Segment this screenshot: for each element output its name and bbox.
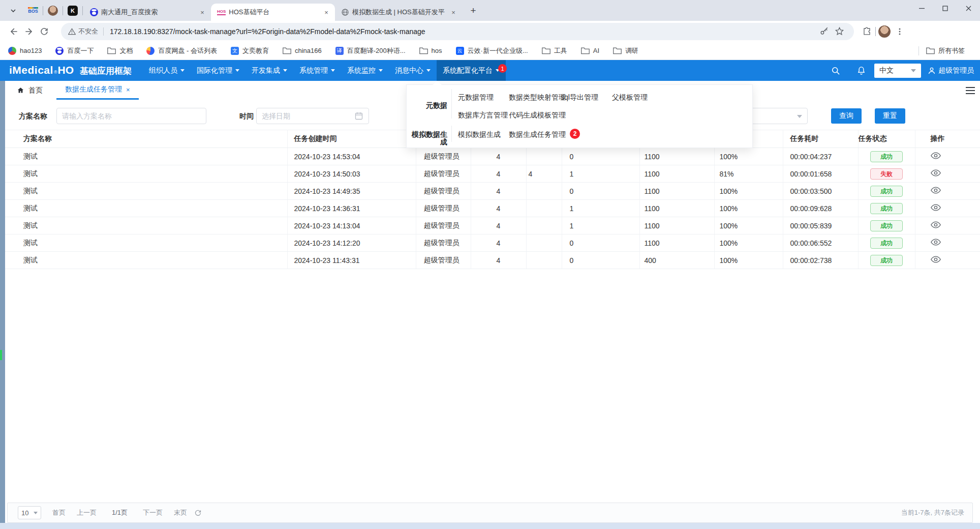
extensions-button[interactable] bbox=[859, 24, 874, 39]
baidu-icon bbox=[90, 8, 98, 16]
table-cell: 00:00:09:628 bbox=[783, 200, 858, 217]
browser-tab[interactable]: 模拟数据生成 | HOS基础开发平× bbox=[335, 4, 462, 21]
tab-close-icon[interactable]: × bbox=[126, 86, 130, 94]
nav-item-开发集成[interactable]: 开发集成 bbox=[246, 60, 293, 81]
config-platform-dropdown-menu: 元数据元数据管理数据类型映射管理sql导出管理父模板管理数据库方言管理代码生成模… bbox=[406, 84, 753, 148]
bookmark-item[interactable]: 百度一下 bbox=[55, 46, 94, 55]
menu-item-代码生成模板管理[interactable]: 代码生成模板管理 bbox=[509, 110, 566, 120]
tab-close-icon[interactable]: × bbox=[449, 8, 458, 17]
bookmark-label: 云效·新一代企业级... bbox=[468, 46, 528, 55]
bookmarks-bar: hao123百度一下文档百度网盘 - 会话列表文文奕教育china166译百度翻… bbox=[0, 42, 980, 60]
bookmark-item[interactable]: 调研 bbox=[613, 46, 638, 55]
active-page-tab[interactable]: 数据生成任务管理 × bbox=[56, 81, 139, 100]
url-text[interactable]: 172.18.18.190:8327/mock-task-manage?url=… bbox=[110, 27, 816, 36]
menu-item-数据生成任务管理[interactable]: 数据生成任务管理 bbox=[509, 129, 566, 139]
search-button[interactable]: 查询 bbox=[831, 108, 862, 124]
profile-avatar[interactable] bbox=[877, 24, 892, 39]
nav-item-系统监控[interactable]: 系统监控 bbox=[341, 60, 389, 81]
browser-toolbar: 不安全 172.18.18.190:8327/mock-task-manage?… bbox=[0, 21, 980, 42]
view-detail-button[interactable] bbox=[931, 204, 941, 211]
date-input[interactable] bbox=[256, 108, 369, 124]
first-page-button[interactable]: 首页 bbox=[52, 508, 66, 517]
menu-item-元数据管理[interactable]: 元数据管理 bbox=[458, 92, 494, 102]
menu-item-sql导出管理[interactable]: sql导出管理 bbox=[561, 92, 598, 102]
bookmark-label: hos bbox=[432, 47, 442, 54]
column-header: 方案名称 bbox=[5, 130, 287, 148]
table-cell bbox=[526, 234, 562, 252]
back-button[interactable] bbox=[6, 24, 21, 39]
language-select[interactable]: 中文 bbox=[874, 64, 921, 78]
nav-item-国际化管理[interactable]: 国际化管理 bbox=[191, 60, 246, 81]
bookmark-item[interactable]: AI bbox=[581, 47, 599, 54]
forward-button[interactable] bbox=[21, 24, 37, 39]
bookmark-item[interactable]: 云云效·新一代企业级... bbox=[456, 46, 528, 55]
bookmark-item[interactable]: 文文奕教育 bbox=[231, 46, 269, 55]
next-page-button[interactable]: 下一页 bbox=[143, 508, 163, 517]
pinned-tab[interactable]: K bbox=[64, 4, 81, 18]
tab-close-icon[interactable]: × bbox=[322, 8, 331, 17]
address-bar[interactable]: 不安全 172.18.18.190:8327/mock-task-manage?… bbox=[61, 23, 854, 40]
menu-item-模拟数据生成[interactable]: 模拟数据生成 bbox=[458, 129, 501, 139]
menu-item-数据类型映射管理[interactable]: 数据类型映射管理 bbox=[509, 92, 566, 102]
view-detail-button[interactable] bbox=[931, 152, 941, 159]
reload-button[interactable] bbox=[37, 24, 52, 39]
browser-menu-button[interactable] bbox=[892, 24, 907, 39]
table-cell: 100% bbox=[714, 200, 783, 217]
nav-item-组织人员[interactable]: 组织人员 bbox=[143, 60, 191, 81]
all-bookmarks-button[interactable]: 所有书签 bbox=[926, 46, 965, 55]
maximize-icon bbox=[942, 6, 948, 11]
bookmark-item[interactable]: 译百度翻译-200种语... bbox=[335, 46, 406, 55]
notifications-button[interactable] bbox=[856, 66, 866, 76]
view-detail-button[interactable] bbox=[931, 187, 941, 194]
view-detail-button[interactable] bbox=[931, 239, 941, 246]
view-detail-button[interactable] bbox=[931, 256, 941, 263]
current-user[interactable]: 超级管理员 bbox=[927, 66, 974, 75]
password-key-button[interactable] bbox=[816, 24, 832, 39]
bookmark-item[interactable]: 百度网盘 - 会话列表 bbox=[146, 46, 217, 55]
maximize-button[interactable] bbox=[933, 0, 957, 17]
last-page-button[interactable]: 末页 bbox=[174, 508, 187, 517]
tab-list: 南大通用_百度搜索×HOSHOS基础平台×模拟数据生成 | HOS基础开发平× bbox=[84, 4, 462, 21]
table-cell: 4 bbox=[471, 200, 526, 217]
table-cell-actions bbox=[915, 252, 980, 269]
menu-item-数据库方言管理[interactable]: 数据库方言管理 bbox=[458, 110, 508, 120]
bookmark-star-button[interactable] bbox=[832, 24, 847, 39]
prev-page-button[interactable]: 上一页 bbox=[77, 508, 97, 517]
refresh-button[interactable] bbox=[194, 509, 202, 517]
folder-icon bbox=[613, 47, 622, 54]
pinned-tab[interactable]: BOS bbox=[24, 4, 42, 18]
table-cell: 测试 bbox=[5, 183, 287, 200]
view-detail-button[interactable] bbox=[931, 221, 941, 228]
column-header: 任务创建时间 bbox=[287, 130, 416, 148]
bookmark-item[interactable]: 工具 bbox=[542, 46, 567, 55]
plan-name-input[interactable] bbox=[56, 108, 206, 124]
tab-overflow-button[interactable] bbox=[966, 87, 975, 94]
column-header: 任务耗时 bbox=[783, 130, 858, 148]
table-cell: 400 bbox=[639, 252, 714, 269]
bookmark-item[interactable]: 文档 bbox=[107, 46, 133, 55]
nav-item-系统管理[interactable]: 系统管理 bbox=[293, 60, 341, 81]
bookmark-item[interactable]: hos bbox=[419, 47, 442, 54]
view-detail-button[interactable] bbox=[931, 169, 941, 177]
pinned-tabs: BOSK bbox=[24, 4, 84, 18]
dots-menu-icon bbox=[896, 27, 904, 36]
close-button[interactable] bbox=[957, 0, 980, 17]
browser-tab[interactable]: 南大通用_百度搜索× bbox=[84, 4, 211, 21]
menu-item-父模板管理[interactable]: 父模板管理 bbox=[612, 92, 648, 102]
browser-tab-active[interactable]: HOSHOS基础平台× bbox=[211, 4, 335, 21]
security-indicator[interactable]: 不安全 bbox=[68, 27, 98, 36]
menu-divider bbox=[451, 126, 452, 142]
bookmark-item[interactable]: china166 bbox=[283, 47, 322, 54]
reset-button[interactable]: 重置 bbox=[875, 108, 905, 124]
nav-item-系统配置化平台[interactable]: 系统配置化平台1 bbox=[437, 60, 506, 81]
tab-search-button[interactable] bbox=[7, 5, 19, 17]
new-tab-button[interactable]: + bbox=[466, 4, 480, 18]
bookmark-item[interactable]: hao123 bbox=[8, 47, 42, 55]
pinned-tab[interactable] bbox=[44, 4, 62, 18]
home-tab[interactable]: 首页 bbox=[17, 86, 43, 95]
search-button[interactable] bbox=[831, 66, 841, 76]
nav-item-消息中心[interactable]: 消息中心 bbox=[389, 60, 437, 81]
page-size-select[interactable]: 10 bbox=[18, 506, 41, 519]
tab-close-icon[interactable]: × bbox=[198, 8, 207, 17]
minimize-button[interactable] bbox=[910, 0, 933, 17]
